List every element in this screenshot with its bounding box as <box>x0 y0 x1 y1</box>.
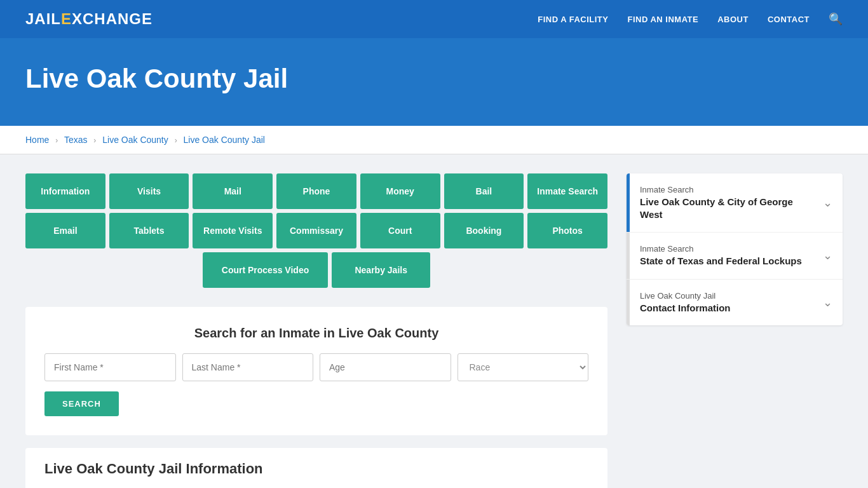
race-select[interactable]: Race White Black Hispanic Asian Other <box>458 353 589 381</box>
tab-phone[interactable]: Phone <box>276 173 356 209</box>
sidebar-item-contact-info[interactable]: Live Oak County Jail Contact Information… <box>627 280 843 326</box>
tab-tablets[interactable]: Tablets <box>109 213 189 248</box>
info-title: Live Oak County Jail Information <box>44 461 588 477</box>
breadcrumb-sep-2: › <box>93 136 96 145</box>
sidebar-title-2: Inmate Search <box>640 244 803 254</box>
breadcrumb-sep-1: › <box>55 136 58 145</box>
tabs-row-3: Court Process Video Nearby Jails <box>25 252 607 288</box>
tab-booking[interactable]: Booking <box>444 213 524 248</box>
breadcrumb-sep-3: › <box>175 136 177 145</box>
search-fields: Race White Black Hispanic Asian Other <box>44 353 588 381</box>
tab-court[interactable]: Court <box>360 213 440 248</box>
sidebar-content-1: Inmate Search Live Oak County & City of … <box>630 173 813 232</box>
search-button[interactable]: SEARCH <box>44 391 119 416</box>
chevron-down-icon-3[interactable]: ⌄ <box>813 280 843 326</box>
sidebar-content-2: Inmate Search State of Texas and Federal… <box>630 233 813 279</box>
tab-commissary[interactable]: Commissary <box>276 213 356 248</box>
tab-bail[interactable]: Bail <box>444 173 524 209</box>
breadcrumb: Home › Texas › Live Oak County › Live Oa… <box>0 126 868 154</box>
sidebar-card: Inmate Search Live Oak County & City of … <box>627 173 843 325</box>
logo-exchange: XCHANGE <box>72 10 153 27</box>
breadcrumb-home[interactable]: Home <box>25 135 49 145</box>
nav-about[interactable]: ABOUT <box>717 15 749 24</box>
search-icon[interactable]: 🔍 <box>829 12 843 26</box>
tab-email[interactable]: Email <box>25 213 105 248</box>
tab-remote-visits[interactable]: Remote Visits <box>193 213 273 248</box>
nav-find-inmate[interactable]: FIND AN INMATE <box>627 15 698 24</box>
chevron-down-icon-2[interactable]: ⌄ <box>813 233 843 279</box>
sidebar-content-3: Live Oak County Jail Contact Information <box>630 280 813 326</box>
logo[interactable]: JAILEXCHANGE <box>25 10 153 28</box>
breadcrumb-current: Live Oak County Jail <box>184 135 265 145</box>
sidebar-item-inmate-search-local[interactable]: Inmate Search Live Oak County & City of … <box>627 173 843 233</box>
tab-information[interactable]: Information <box>25 173 105 209</box>
info-section: Live Oak County Jail Information <box>25 448 607 488</box>
sidebar-subtitle-1: Live Oak County & City of George West <box>640 196 803 220</box>
page-title: Live Oak County Jail <box>25 64 843 94</box>
chevron-down-icon-1[interactable]: ⌄ <box>813 173 843 232</box>
header: JAILEXCHANGE FIND A FACILITY FIND AN INM… <box>0 0 868 38</box>
left-column: Information Visits Mail Phone Money Bail… <box>25 173 607 488</box>
sidebar-subtitle-2: State of Texas and Federal Lockups <box>640 255 803 268</box>
first-name-input[interactable] <box>44 353 176 381</box>
search-title: Search for an Inmate in Live Oak County <box>44 326 588 341</box>
sidebar-title-3: Live Oak County Jail <box>640 291 803 301</box>
tab-inmate-search[interactable]: Inmate Search <box>527 173 607 209</box>
tab-photos[interactable]: Photos <box>527 213 607 248</box>
tab-nearby-jails[interactable]: Nearby Jails <box>332 252 430 288</box>
inmate-search-box: Search for an Inmate in Live Oak County … <box>25 307 607 435</box>
sidebar-subtitle-3: Contact Information <box>640 302 803 315</box>
sidebar-title-1: Inmate Search <box>640 185 803 194</box>
main-content: Information Visits Mail Phone Money Bail… <box>0 154 868 488</box>
tab-visits[interactable]: Visits <box>109 173 189 209</box>
breadcrumb-texas[interactable]: Texas <box>64 135 88 145</box>
nav-find-facility[interactable]: FIND A FACILITY <box>538 15 608 24</box>
main-nav: FIND A FACILITY FIND AN INMATE ABOUT CON… <box>538 12 843 26</box>
tabs-row-2: Email Tablets Remote Visits Commissary C… <box>25 213 607 248</box>
tab-mail[interactable]: Mail <box>193 173 273 209</box>
breadcrumb-live-oak-county[interactable]: Live Oak County <box>102 135 168 145</box>
sidebar-item-inmate-search-state[interactable]: Inmate Search State of Texas and Federal… <box>627 233 843 280</box>
logo-x: E <box>61 10 72 27</box>
right-sidebar: Inmate Search Live Oak County & City of … <box>627 173 843 488</box>
tab-court-process-video[interactable]: Court Process Video <box>203 252 328 288</box>
nav-contact[interactable]: CONTACT <box>768 15 810 24</box>
age-input[interactable] <box>320 353 451 381</box>
logo-jail: JAIL <box>25 10 61 27</box>
tabs-row-1: Information Visits Mail Phone Money Bail… <box>25 173 607 209</box>
hero-section: Live Oak County Jail <box>0 38 868 126</box>
last-name-input[interactable] <box>182 353 314 381</box>
tab-money[interactable]: Money <box>360 173 440 209</box>
